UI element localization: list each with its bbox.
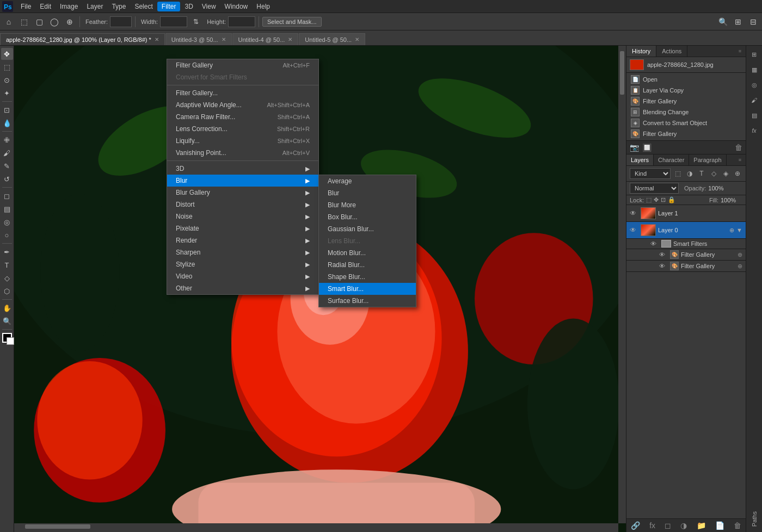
filter-render[interactable]: Render ▶: [167, 234, 318, 246]
canvas-area[interactable]: Filter Gallery Alt+Ctrl+F Convert for Sm…: [14, 46, 626, 532]
layer-item-1[interactable]: 👁 Layer 1: [626, 205, 746, 222]
tab-close-2[interactable]: ✕: [288, 36, 292, 42]
filter-gallery-top[interactable]: Filter Gallery Alt+Ctrl+F: [167, 59, 318, 71]
history-snapshot-icon[interactable]: 🔲: [642, 143, 652, 152]
layer-sub-filter2[interactable]: 👁 🎨 Filter Gallery ⊕: [626, 261, 746, 272]
dodge-tool[interactable]: ○: [1, 229, 13, 241]
eyedropper-tool[interactable]: 💧: [1, 117, 13, 129]
filter-stylize[interactable]: Stylize ▶: [167, 258, 318, 270]
gaussian-blur[interactable]: Gaussian Blur...: [319, 223, 416, 235]
history-item-filter2[interactable]: 🎨 Filter Gallery: [626, 128, 746, 139]
menu-help[interactable]: Help: [252, 2, 274, 11]
kind-shape-icon[interactable]: ◇: [709, 169, 718, 178]
history-delete-icon[interactable]: 🗑: [735, 143, 742, 152]
gradient-icon-right[interactable]: ▤: [748, 109, 761, 122]
tab-3[interactable]: Untitled-5 @ 50... ✕: [299, 33, 365, 45]
history-tab[interactable]: History: [626, 46, 656, 57]
tab-close-1[interactable]: ✕: [222, 36, 226, 42]
history-item-copy[interactable]: 📋 Layer Via Copy: [626, 85, 746, 96]
tab-2[interactable]: Untitled-4 @ 50... ✕: [232, 33, 299, 45]
layers-mask-btn[interactable]: ◻: [665, 521, 671, 530]
radial-blur[interactable]: Radial Blur...: [319, 259, 416, 271]
tab-close-0[interactable]: ✕: [155, 36, 159, 42]
filter1-eye[interactable]: 👁: [659, 251, 668, 258]
history-camera-icon[interactable]: 📷: [630, 143, 639, 152]
filter-noise[interactable]: Noise ▶: [167, 211, 318, 222]
smart-filters-eye[interactable]: 👁: [650, 240, 659, 247]
selection-tool[interactable]: ⬚: [17, 15, 30, 28]
menu-select[interactable]: Select: [130, 2, 157, 11]
panel-collapse-icon[interactable]: ≡: [736, 48, 743, 54]
lock-move-icon[interactable]: ✥: [654, 196, 659, 203]
select-mask-btn[interactable]: Select and Mask...: [262, 17, 322, 27]
menu-3d[interactable]: 3D: [180, 2, 197, 11]
layer-options-btn[interactable]: ⊕: [729, 227, 734, 234]
history-item-smart[interactable]: ◈ Convert to Smart Object: [626, 117, 746, 128]
eraser-tool[interactable]: ◻: [1, 190, 13, 202]
tab-1[interactable]: Untitled-3 @ 50... ✕: [165, 33, 232, 45]
width-input[interactable]: [160, 16, 187, 27]
home-btn[interactable]: ⌂: [2, 15, 15, 28]
filter-gallery[interactable]: Filter Gallery...: [167, 87, 318, 99]
shape-tool[interactable]: ⬡: [1, 285, 13, 297]
layers-fx-btn[interactable]: fx: [649, 521, 655, 530]
layer-eye-1[interactable]: 👁: [630, 209, 638, 217]
color-wheel-icon[interactable]: ◎: [748, 78, 761, 91]
filter-blur[interactable]: Blur ▶ Average Blur Blur More Box Blur..…: [167, 175, 318, 187]
menu-layer[interactable]: Layer: [82, 2, 107, 11]
menu-view[interactable]: View: [198, 2, 220, 11]
zoom-tool-left[interactable]: 🔍: [1, 315, 13, 327]
tool-b3[interactable]: ⊕: [63, 15, 76, 28]
tab-close-3[interactable]: ✕: [355, 36, 359, 42]
feather-input[interactable]: [110, 16, 132, 27]
move-tool[interactable]: ✥: [1, 48, 13, 60]
select-rect-tool[interactable]: ⬚: [1, 61, 13, 73]
menu-type[interactable]: Type: [107, 2, 130, 11]
arrange-btn[interactable]: ⊞: [732, 15, 745, 28]
history-item-blend[interactable]: ⊞ Blending Change: [626, 107, 746, 117]
actions-tab[interactable]: Actions: [656, 46, 687, 57]
layers-group-btn[interactable]: 📁: [697, 521, 706, 530]
layer-sub-smart-filters[interactable]: 👁 Smart Filters: [626, 239, 746, 249]
search-btn[interactable]: 🔍: [716, 15, 729, 28]
layers-tab-layers[interactable]: Layers: [626, 154, 654, 165]
lens-correction[interactable]: Lens Correction... Shift+Ctrl+R: [167, 123, 318, 135]
blend-mode-select[interactable]: Normal: [630, 183, 679, 194]
filter-blur-gallery[interactable]: Blur Gallery ▶: [167, 187, 318, 199]
layers-tab-paragraph[interactable]: Paragraph: [689, 154, 726, 165]
motion-blur[interactable]: Motion Blur...: [319, 247, 416, 259]
blur-tool[interactable]: ◎: [1, 216, 13, 228]
menu-edit[interactable]: Edit: [35, 2, 56, 11]
background-color[interactable]: [7, 337, 14, 345]
tool-b1[interactable]: ▢: [33, 15, 46, 28]
menu-filter[interactable]: Filter: [157, 2, 181, 11]
lock-artboard-icon[interactable]: ⊡: [661, 196, 666, 203]
paths-tab[interactable]: Paths: [751, 508, 758, 530]
stamp-tool[interactable]: ✎: [1, 160, 13, 172]
path-tool[interactable]: ◇: [1, 272, 13, 284]
layer-sub-filter1[interactable]: 👁 🎨 Filter Gallery ⊕: [626, 249, 746, 261]
filter2-options[interactable]: ⊕: [738, 263, 742, 270]
camera-raw-filter[interactable]: Camera Raw Filter... Shift+Ctrl+A: [167, 111, 318, 123]
magic-wand-tool[interactable]: ✦: [1, 87, 13, 99]
shape-blur[interactable]: Shape Blur...: [319, 271, 416, 283]
filter-pixelate[interactable]: Pixelate ▶: [167, 222, 318, 234]
layers-panel-menu-icon[interactable]: ≡: [736, 157, 743, 163]
tab-0[interactable]: apple-2788662_1280.jpg @ 100% (Layer 0, …: [0, 33, 165, 45]
box-blur[interactable]: Box Blur...: [319, 211, 416, 223]
zoom-btn[interactable]: ⊟: [747, 15, 760, 28]
menu-window[interactable]: Window: [220, 2, 253, 11]
filter-sharpen[interactable]: Sharpen ▶: [167, 246, 318, 258]
menu-file[interactable]: File: [16, 2, 35, 11]
layers-kind-select[interactable]: Kind: [630, 168, 671, 179]
gradient-tool[interactable]: ▤: [1, 203, 13, 215]
layer-item-0[interactable]: 👁 Layer 0 ⊕ ▼: [626, 222, 746, 239]
crop-tool[interactable]: ⊡: [1, 104, 13, 116]
channels-icon[interactable]: ⊞: [748, 48, 761, 61]
scroll-thumb-h[interactable]: [25, 524, 90, 529]
menu-image[interactable]: Image: [56, 2, 82, 11]
vanishing-point[interactable]: Vanishing Point... Alt+Ctrl+V: [167, 147, 318, 159]
lock-all-icon[interactable]: 🔒: [668, 196, 675, 203]
layer-eye-0[interactable]: 👁: [630, 226, 638, 234]
filter-3d[interactable]: 3D ▶: [167, 163, 318, 175]
